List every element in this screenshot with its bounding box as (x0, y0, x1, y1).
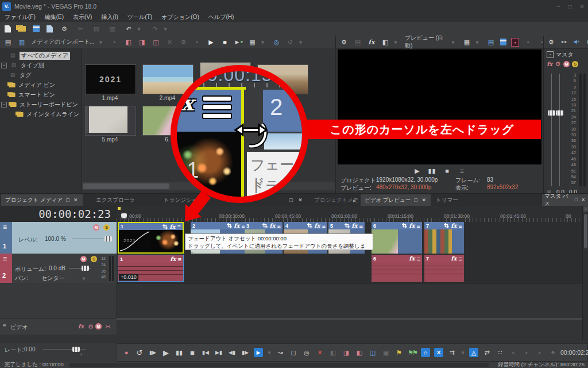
media-undo-dropdown-icon[interactable]: ▾ (296, 37, 305, 47)
pan-crop-icon[interactable] (227, 223, 232, 228)
undo-dropdown-icon[interactable]: ▾ (134, 24, 144, 33)
pan-crop-icon[interactable] (307, 223, 312, 228)
tab-master-bus[interactable]: マスタ バス □ ✕ (542, 194, 588, 206)
menu-tools[interactable]: ツール(T) (127, 13, 152, 21)
record-icon[interactable]: ● (122, 348, 131, 357)
slip-all-events-icon[interactable]: ⇄ (482, 348, 492, 357)
lock-envelopes-icon[interactable]: ◬ (469, 348, 478, 357)
pan-dropdown-icon[interactable]: ▾ (79, 274, 88, 283)
float-window-icon[interactable]: □ (288, 195, 294, 205)
external-monitor-icon[interactable]: ▤ (353, 37, 362, 47)
mixer-properties-gear-icon[interactable]: ⚙ (547, 37, 556, 47)
event-fx-icon[interactable]: fx (314, 223, 320, 229)
scrollbar-thumb[interactable] (584, 214, 587, 248)
close-tab-icon[interactable]: ✕ (581, 195, 586, 205)
event-fx-icon[interactable]: fx (451, 255, 457, 262)
next-frame-icon[interactable]: ▮▶ (241, 348, 250, 357)
pan-crop-icon[interactable] (163, 224, 168, 229)
properties-gear-icon[interactable]: ⚙ (60, 24, 69, 33)
event-menu-icon[interactable]: ≡ (417, 255, 420, 262)
loop-playback-icon[interactable]: ↺ (135, 348, 144, 357)
import-dropdown-icon[interactable]: ▾ (96, 37, 105, 47)
tab-trimmer[interactable]: トリマー (432, 194, 462, 206)
record-icon[interactable]: ● (511, 38, 519, 47)
media-properties-icon[interactable]: ▤ (3, 37, 13, 47)
media-zoom-icon[interactable]: ◎ (272, 37, 281, 47)
video-event-1-selected[interactable]: 1fx≡ 2021 (118, 222, 184, 254)
track-menu-icon[interactable]: ≡ (3, 223, 7, 231)
stop-icon[interactable]: ■ (188, 348, 197, 357)
views-icon[interactable]: ▦ (247, 37, 257, 47)
pan-crop-icon[interactable] (402, 223, 407, 228)
redo-dropdown-icon[interactable]: ▾ (161, 24, 170, 33)
event-fx-icon[interactable]: fx (234, 223, 239, 229)
open-project-icon[interactable] (18, 26, 26, 32)
redo-icon[interactable]: ↷ (150, 24, 160, 33)
volume-slider-handle[interactable] (82, 266, 89, 271)
split-event-icon[interactable]: ◫ (368, 348, 377, 357)
menu-view[interactable]: 表示(V) (73, 13, 92, 21)
preview-play-icon[interactable]: ▶ (413, 166, 422, 175)
bus-bypass-icon[interactable]: ✂ (103, 322, 113, 331)
level-slider-handle[interactable] (105, 236, 112, 241)
split-screen-dropdown-icon[interactable]: ▾ (391, 37, 400, 47)
trim-start-icon[interactable]: ◧ (328, 348, 338, 357)
close-tab-icon[interactable]: ✕ (421, 195, 427, 205)
tree-item-smart-bins[interactable]: スマート ビン (0, 90, 82, 99)
video-event-7[interactable]: 7fx≡ (424, 222, 464, 254)
auto-ripple-icon[interactable]: ⇉ (447, 348, 457, 357)
expand-minus-icon[interactable]: − (1, 102, 7, 108)
event-menu-icon[interactable]: ≡ (417, 223, 420, 229)
tab-video-preview[interactable]: ビデオ プレビュー □ ✕ (361, 194, 431, 206)
undo-icon[interactable]: ↶ (124, 24, 133, 33)
insert-marker-icon[interactable]: ⚑ (394, 348, 404, 357)
event-fx-icon[interactable]: fx (269, 223, 275, 229)
render-as-icon[interactable] (47, 25, 53, 33)
fader-handle-left[interactable] (548, 110, 555, 116)
float-window-icon[interactable]: □ (574, 195, 579, 205)
video-track-header[interactable]: ≡ 1 M S レベル: 100.0 % (0, 222, 117, 254)
import-media-button[interactable]: メディアのインポート...▾ (31, 37, 105, 47)
event-fx-icon[interactable]: fx (451, 223, 457, 229)
tree-item-media-bins[interactable]: メディア ビン (0, 80, 82, 90)
audio-event-1[interactable]: 1fx≡ +0.010 (118, 255, 184, 282)
event-menu-icon[interactable]: ≡ (322, 223, 326, 229)
media-undo-icon[interactable]: ↺ (285, 37, 295, 47)
event-fx-icon[interactable]: fx (170, 256, 176, 262)
downmix-speaker-icon[interactable]: ◀+ (572, 37, 581, 47)
group-icon[interactable]: ∷ (496, 348, 505, 357)
faders-icon[interactable]: ≡ (585, 37, 588, 47)
trim-adjacent-icon[interactable]: ◧ (355, 348, 364, 357)
menu-file[interactable]: ファイル(F) (5, 13, 36, 21)
master-fx-icon[interactable]: fx (547, 61, 552, 67)
tool-dropdown-icon[interactable]: ▾ (267, 348, 272, 357)
tab-scroll-right-icon[interactable]: ▸ (349, 194, 360, 206)
zoom-edit-tool-icon[interactable]: ◎ (302, 348, 311, 357)
media-thumbnail-5[interactable] (85, 106, 136, 136)
overlays-grid-icon[interactable]: ▦ (462, 37, 471, 47)
cursor-time[interactable]: 00:00:02:23 (560, 349, 588, 356)
event-fx-icon[interactable]: fx (351, 223, 357, 229)
preview-stop-icon[interactable]: ■ (443, 166, 452, 175)
get-photo-icon[interactable]: ◨ (137, 37, 146, 47)
fader-track-right[interactable] (559, 74, 560, 186)
event-menu-icon[interactable]: ≡ (178, 256, 181, 263)
preview-pause-icon[interactable]: ▮▮ (428, 166, 437, 175)
track-mute-icon[interactable]: M (93, 224, 99, 231)
normal-edit-tool-icon[interactable]: ► (254, 348, 263, 357)
tree-item-by-type[interactable]: + ▤ タイプ別 (0, 60, 82, 70)
close-tab-icon[interactable]: ✕ (73, 195, 79, 205)
lock-event-icon[interactable]: ▣ (381, 348, 390, 357)
event-menu-icon[interactable]: ≡ (459, 223, 462, 229)
import-media-icon[interactable]: ▥ (17, 37, 26, 47)
audio-track-lane[interactable] (117, 254, 582, 283)
menu-insert[interactable]: 挿入(I) (101, 13, 118, 21)
remove-media-icon[interactable]: ✕ (165, 37, 174, 47)
pan-crop-icon[interactable] (262, 223, 268, 228)
views-dropdown-icon[interactable]: ▾ (258, 37, 267, 47)
timeline-vertical-scrollbar[interactable]: ▴ (582, 206, 588, 340)
minimize-button[interactable]: − (557, 3, 560, 10)
preview-quality-dropdown-icon[interactable]: ▾ (448, 37, 458, 47)
tree-item-main-timeline[interactable]: メインタイムライン (0, 109, 82, 119)
capture-video-icon[interactable]: ◧ (123, 37, 133, 47)
